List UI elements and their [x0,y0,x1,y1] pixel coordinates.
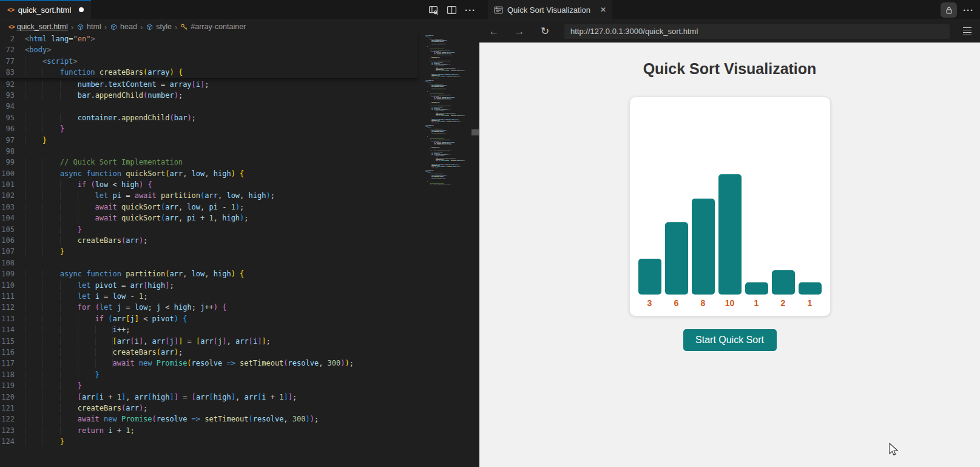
code-line[interactable]: 116 createBars(arr); [0,347,479,358]
bar-value-label: 1 [808,298,813,308]
line-number: 105 [0,224,25,235]
breadcrumb-item-style[interactable]: style [146,22,172,31]
bar [692,199,715,295]
code-line[interactable]: 96 } [0,123,479,134]
code-line[interactable]: 106 createBars(arr); [0,235,479,246]
minimap[interactable] [425,35,471,186]
line-number: 93 [0,90,25,101]
code-line[interactable]: 105 } [0,224,479,235]
code-line[interactable]: 104 await quickSort(arr, pi + 1, high); [0,213,479,223]
code-line[interactable]: 100 async function quickSort(arr, low, h… [0,168,479,179]
code-line[interactable]: 111 let i = low - 1; [0,291,479,302]
code-line[interactable]: 83 function createBars(array) { [0,67,417,78]
bar-value-label: 10 [725,298,735,308]
line-number: 106 [0,235,25,246]
code-line[interactable]: 113 if (arr[j] < pivot) { [0,313,479,324]
code-line[interactable]: 114 i++; [0,324,479,335]
line-number: 94 [0,101,25,112]
code-line[interactable]: 109 async function partition(arr, low, h… [0,268,479,279]
code-line[interactable]: 119 } [0,380,479,391]
code-line[interactable]: 92 number.textContent = array[i]; [0,79,479,90]
breadcrumb-item-html[interactable]: html [76,22,101,31]
bar-column: 10 [718,174,742,308]
code-line[interactable]: 112 for (let j = low; j < high; j++) { [0,302,479,313]
bar-column: 1 [799,282,822,308]
split-editor-icon[interactable] [447,5,457,15]
focus-lock-icon[interactable] [941,2,957,18]
menu-icon[interactable] [963,27,972,36]
sticky-scroll[interactable]: 2<html lang="en">72<body>77 <script>83 f… [0,33,417,79]
back-icon[interactable]: ← [488,26,500,38]
open-preview-icon[interactable] [428,5,439,15]
browser-tab-bar: Quick Sort Visualization ✕ ··· [479,0,980,20]
line-number: 108 [0,257,25,268]
line-number: 92 [0,79,25,90]
code-line[interactable]: 2<html lang="en"> [0,33,417,44]
browser-pane-controls: ··· [941,0,974,20]
tab-label: quick_sort.html [18,5,71,15]
reload-icon[interactable]: ↻ [539,25,551,38]
start-quick-sort-button[interactable]: Start Quick Sort [683,329,777,351]
tab-quick-sort-html[interactable]: <> quick_sort.html [0,0,91,19]
forward-icon[interactable]: → [513,26,525,38]
line-number: 107 [0,246,25,257]
breadcrumb-item-array-container[interactable]: #array-container [180,22,246,31]
browser-icon [494,5,503,15]
code-line[interactable]: 97 } [0,135,479,146]
code-line[interactable]: 103 await quickSort(arr, low, pi - 1); [0,202,479,213]
bar-value-label: 2 [781,298,786,308]
breadcrumb-item-head[interactable]: head [110,22,137,31]
bar [718,174,742,295]
code-editor[interactable]: 2<html lang="en">72<body>77 <script>83 f… [0,33,479,467]
line-number: 2 [0,33,25,44]
line-number: 115 [0,336,25,347]
page-title: Quick Sort Visualization [479,58,980,79]
browser-content: Quick Sort Visualization 36810121 Start … [479,43,980,467]
code-line[interactable]: 99 // Quick Sort Implementation [0,157,479,168]
vscode-window: <> quick_sort.html ··· [0,0,980,467]
code-line[interactable]: 102 let pi = await partition(arr, low, h… [0,190,479,201]
breadcrumb-item-file[interactable]: <> quick_sort.html [8,22,68,31]
breadcrumb-separator: › [175,22,177,32]
line-number: 120 [0,392,25,403]
more-actions-icon[interactable]: ··· [963,0,974,20]
code-line[interactable]: 77 <script> [0,56,417,67]
code-line[interactable]: 98 [0,146,479,157]
close-icon[interactable]: ✕ [600,5,606,14]
editor-tab-bar: <> quick_sort.html ··· [0,0,479,20]
code-line[interactable]: 95 container.appendChild(bar); [0,112,479,123]
bar [772,270,795,295]
line-number: 104 [0,213,25,223]
code-line[interactable]: 123 return i + 1; [0,425,479,436]
code-line[interactable]: 101 if (low < high) { [0,179,479,190]
code-line[interactable]: 72<body> [0,44,417,55]
line-number: 118 [0,369,25,380]
tab-quick-sort-visualization[interactable]: Quick Sort Visualization ✕ [488,0,612,19]
code-line[interactable]: 122 await new Promise(resolve => setTime… [0,414,479,424]
line-number: 99 [0,157,25,168]
code-line[interactable]: 110 let pivot = arr[high]; [0,280,479,291]
editor-scrollbar-thumb[interactable] [471,129,479,135]
code-line[interactable]: 121 createBars(arr); [0,403,479,414]
more-actions-icon[interactable]: ··· [465,0,476,20]
code-line[interactable]: 120 [arr[i + 1], arr[high]] = [arr[high]… [0,392,479,403]
modified-dot-icon [79,7,84,12]
line-number: 119 [0,380,25,391]
code-line[interactable]: 108 [0,257,479,268]
line-number: 123 [0,425,25,436]
bar [799,282,822,295]
url-input[interactable] [564,24,950,39]
line-number: 116 [0,347,25,358]
code-line[interactable]: 115 [arr[i], arr[j]] = [arr[j], arr[i]]; [0,336,479,347]
mouse-cursor [887,442,901,457]
code-lines[interactable]: 92 number.textContent = array[i];93 bar.… [0,79,479,448]
code-line[interactable]: 107 } [0,246,479,257]
code-line[interactable]: 93 bar.appendChild(number); [0,90,479,101]
bar-value-label: 1 [754,298,759,308]
code-line[interactable]: 117 await new Promise(resolve => setTime… [0,358,479,369]
line-number: 102 [0,190,25,201]
code-line[interactable]: 118 } [0,369,479,380]
code-line[interactable]: 124 } [0,436,479,447]
code-line[interactable]: 94 [0,101,479,112]
breadcrumb-separator: › [71,22,73,32]
